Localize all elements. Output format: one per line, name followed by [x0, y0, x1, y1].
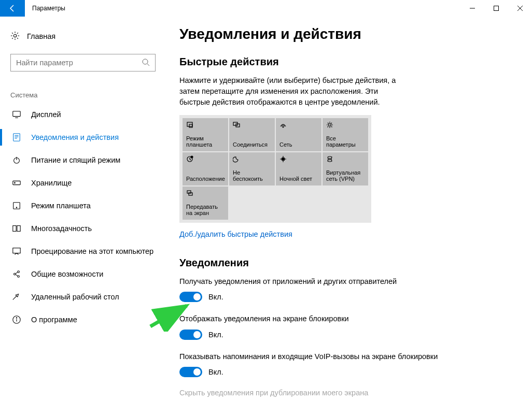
svg-line-6 — [147, 64, 149, 66]
svg-point-44 — [329, 159, 331, 160]
shared-icon — [11, 269, 22, 279]
section-label: Система — [10, 91, 156, 99]
project-icon — [11, 246, 22, 256]
svg-rect-9 — [13, 134, 20, 141]
tile-icon — [279, 155, 318, 164]
sidebar-item-about[interactable]: О программе — [10, 308, 156, 331]
sidebar-item-label: Многозадачность — [31, 224, 92, 233]
tile-label: Соединиться — [233, 141, 271, 148]
tile-icon — [186, 121, 225, 130]
sidebar-item-power[interactable]: Питание и спящий режим — [10, 149, 156, 171]
toggle-state-label: Вкл. — [208, 368, 223, 376]
sidebar-item-label: Хранилище — [31, 179, 72, 187]
tile-label: Все параметры — [326, 135, 365, 148]
sidebar-item-project[interactable]: Проецирование на этот компьютер — [10, 240, 156, 263]
quick-actions-panel: Режим планшетаСоединитьсяСетьВсе парамет… — [179, 115, 371, 223]
window-title: Параметры — [32, 5, 460, 12]
quick-action-tile[interactable]: Расположение — [183, 152, 228, 185]
sidebar-item-label: Проецирование на этот компьютер — [31, 247, 153, 255]
sidebar-item-label: Уведомления и действия — [31, 133, 119, 141]
sidebar-item-tablet[interactable]: Режим планшета — [10, 194, 156, 217]
sidebar-item-label: Режим планшета — [31, 202, 91, 210]
power-icon — [11, 155, 22, 165]
svg-point-35 — [283, 126, 284, 127]
tile-icon — [233, 121, 271, 130]
svg-point-23 — [18, 271, 20, 273]
notification-setting: Показывать напоминания и входящие VoIP-в… — [179, 351, 511, 377]
tile-icon — [186, 155, 225, 164]
svg-point-36 — [329, 124, 331, 126]
quick-action-tile[interactable]: Передавать на экран — [183, 187, 228, 220]
quick-action-tile[interactable]: Режим планшета — [183, 118, 228, 151]
home-label: Главная — [27, 32, 55, 40]
display-icon — [11, 109, 22, 120]
toggle-state-label: Вкл. — [208, 293, 223, 301]
svg-rect-1 — [494, 6, 499, 11]
tile-label: Не беспокоить — [233, 169, 271, 182]
svg-point-18 — [16, 207, 17, 208]
about-icon — [11, 314, 22, 325]
tile-icon — [326, 155, 365, 164]
toggle-switch[interactable] — [179, 367, 202, 377]
minimize-button[interactable] — [460, 0, 484, 17]
quick-action-tile[interactable]: Все параметры — [323, 118, 368, 151]
storage-icon — [11, 178, 22, 188]
tile-label: Ночной свет — [279, 176, 318, 182]
svg-point-38 — [191, 156, 193, 158]
quick-action-tile[interactable]: Соединиться — [229, 118, 275, 151]
truncated-setting-label: Скрыть уведомления при дублировании моег… — [179, 389, 511, 397]
toggle-switch[interactable] — [179, 330, 202, 340]
tile-label: Расположение — [186, 176, 225, 182]
toggle-state-label: Вкл. — [208, 331, 223, 339]
tile-label: Режим планшета — [186, 135, 225, 148]
sidebar-item-label: О программе — [31, 316, 77, 324]
notifications-heading: Уведомления — [179, 257, 511, 269]
window-controls — [460, 0, 532, 17]
notification-setting: Отображать уведомления на экране блокиро… — [179, 313, 511, 339]
sidebar-item-notifications[interactable]: Уведомления и действия — [10, 126, 156, 149]
remote-icon — [11, 292, 22, 302]
quick-action-tile[interactable]: Не беспокоить — [229, 152, 275, 185]
svg-line-27 — [13, 299, 14, 300]
multitask-icon — [11, 223, 22, 234]
svg-point-5 — [143, 59, 148, 64]
maximize-button[interactable] — [484, 0, 508, 17]
svg-point-39 — [282, 158, 285, 161]
svg-rect-7 — [13, 111, 20, 117]
tile-icon — [233, 155, 271, 164]
svg-point-16 — [15, 182, 16, 183]
sidebar-item-label: Удаленный рабочий стол — [31, 293, 119, 301]
search-icon — [142, 58, 150, 68]
sidebar-item-remote[interactable]: Удаленный рабочий стол — [10, 285, 156, 308]
sidebar-item-label: Дисплей — [31, 110, 61, 119]
quick-action-tile[interactable]: Сеть — [276, 118, 321, 151]
quick-action-tile[interactable]: Ночной свет — [276, 152, 321, 185]
quick-actions-heading: Быстрые действия — [179, 56, 511, 68]
setting-label: Показывать напоминания и входящие VoIP-в… — [179, 351, 439, 362]
tile-icon — [186, 190, 225, 198]
toggle-switch[interactable] — [179, 292, 202, 302]
gear-icon — [10, 31, 20, 42]
svg-rect-32 — [189, 124, 192, 127]
edit-quick-actions-link[interactable]: Доб./удалить быстрые действия — [179, 230, 292, 238]
quick-action-tile[interactable]: Виртуальная сеть (VPN) — [323, 152, 368, 185]
svg-point-4 — [13, 34, 16, 37]
svg-rect-19 — [13, 226, 16, 232]
svg-rect-21 — [13, 248, 20, 253]
close-button[interactable] — [508, 0, 532, 17]
setting-label: Отображать уведомления на экране блокиро… — [179, 313, 439, 324]
tablet-icon — [11, 201, 22, 211]
tile-icon — [279, 121, 318, 130]
svg-line-26 — [16, 275, 18, 276]
back-button[interactable] — [0, 0, 25, 17]
quick-actions-description: Нажмите и удерживайте (или выберите) быс… — [179, 75, 408, 108]
search-box[interactable] — [10, 54, 156, 71]
sidebar-item-display[interactable]: Дисплей — [10, 103, 156, 126]
sidebar-item-multitask[interactable]: Многозадачность — [10, 217, 156, 240]
home-link[interactable]: Главная — [10, 26, 156, 47]
search-input[interactable] — [16, 59, 142, 67]
svg-rect-20 — [17, 226, 20, 232]
sidebar-item-storage[interactable]: Хранилище — [10, 171, 156, 194]
sidebar-item-shared[interactable]: Общие возможности — [10, 263, 156, 285]
svg-line-25 — [16, 272, 18, 274]
